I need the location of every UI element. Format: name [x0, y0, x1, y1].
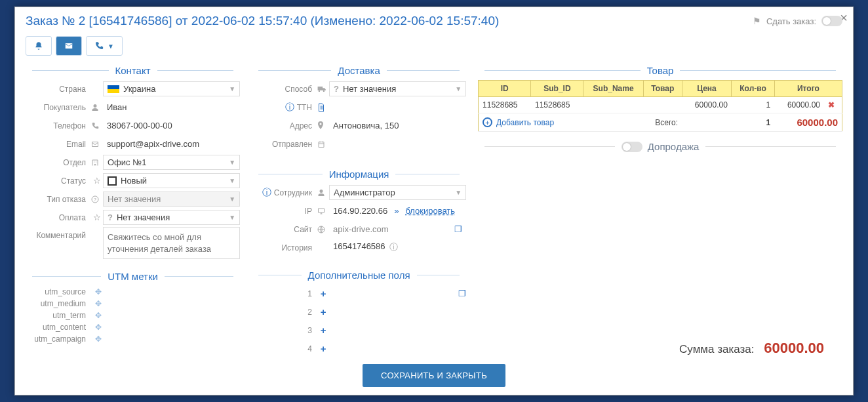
add-field-3-label: 3: [252, 326, 317, 335]
question-mark-icon: ?: [334, 84, 339, 94]
chevron-down-icon: ▼: [108, 43, 114, 50]
add-field-2[interactable]: [329, 309, 466, 315]
info-icon[interactable]: ⓘ: [285, 102, 294, 113]
move-icon[interactable]: ✥: [95, 299, 102, 308]
label-ttn: ⓘ ТТН: [252, 102, 317, 113]
save-and-close-button[interactable]: СОХРАНИТЬ И ЗАКРЫТЬ: [363, 364, 505, 387]
history-value: 16541746586: [333, 241, 385, 253]
status-select[interactable]: Новый ▼: [103, 173, 240, 188]
phone-button[interactable]: ▼: [86, 36, 123, 56]
question-mark-icon: ?: [108, 212, 113, 222]
block-ip-link[interactable]: блокировать: [405, 206, 455, 216]
employee-value: Администратор: [334, 188, 395, 197]
status-color-box: [108, 176, 117, 186]
email-field[interactable]: support@apix-drive.com: [103, 136, 240, 152]
submit-order-toggle[interactable]: [821, 16, 842, 26]
document-icon: [317, 103, 329, 112]
utm-content-label: utm_content: [26, 323, 91, 332]
column-product: Товар ID Sub_ID Sub_Name Товар Цена Кол-…: [478, 61, 842, 352]
label-phone: Телефон: [26, 121, 91, 131]
label-buyer: Покупатель: [26, 103, 91, 112]
employee-select[interactable]: Администратор ▼: [329, 185, 466, 200]
info-icon[interactable]: ⓘ: [262, 187, 271, 199]
plus-circle-icon: +: [483, 117, 492, 127]
buyer-field[interactable]: Иван: [103, 100, 240, 115]
dept-select[interactable]: Офис №1 ▼: [103, 155, 240, 170]
add-field-2-label: 2: [252, 308, 317, 317]
refuse-select[interactable]: Нет значения ▼: [103, 191, 240, 207]
bell-icon: [34, 41, 43, 50]
country-value: Украина: [123, 84, 156, 94]
table-row[interactable]: 11528685 11528685 60000.00 1 60000.00 ✖: [479, 97, 842, 113]
calendar-icon: [317, 140, 329, 148]
sent-field[interactable]: [329, 141, 466, 147]
add-field-3[interactable]: [329, 327, 466, 333]
method-select[interactable]: ? Нет значения ▼: [329, 81, 466, 96]
method-value: Нет значения: [343, 84, 396, 94]
phone-icon: [91, 122, 103, 130]
add-field-4[interactable]: [329, 346, 466, 352]
utm-campaign-label: utm_campaign: [26, 334, 91, 344]
person-icon: [317, 189, 329, 197]
add-product-link[interactable]: + Добавить товар: [483, 117, 554, 127]
payment-select[interactable]: ? Нет значения ▼: [103, 210, 240, 225]
section-title-info: Информация: [252, 169, 466, 180]
truck-icon: [317, 85, 329, 93]
svg-text:?: ?: [94, 197, 96, 201]
upsell-toggle[interactable]: [621, 142, 642, 152]
chevron-down-icon: ▼: [455, 189, 462, 196]
mail-icon: [64, 41, 73, 50]
country-select[interactable]: Украина ▼: [103, 81, 240, 96]
cell-id: 11528685: [479, 97, 531, 113]
external-link-icon[interactable]: ❐: [454, 224, 462, 234]
section-title-delivery: Доставка: [252, 65, 466, 76]
move-icon[interactable]: ✥: [95, 311, 102, 320]
label-address: Адрес: [252, 121, 317, 131]
phone-icon: [94, 41, 104, 50]
chevron-down-icon: ▼: [229, 85, 235, 92]
person-icon: [91, 104, 103, 111]
chevron-down-icon: ▼: [229, 195, 235, 203]
bell-button[interactable]: [26, 36, 52, 56]
order-modal: × Заказ № 2 [16541746586] от 2022-06-02 …: [14, 7, 854, 395]
building-icon: [91, 159, 103, 167]
site-value: apix-drive.com: [333, 224, 389, 234]
mail-button[interactable]: [56, 36, 82, 56]
plus-icon[interactable]: +: [317, 306, 329, 317]
plus-icon[interactable]: +: [317, 325, 329, 336]
add-field-4-label: 4: [252, 344, 317, 353]
column-delivery: Доставка Способ ? Нет значения ▼ ⓘ ТТН: [252, 61, 466, 352]
cell-qty: 1: [732, 97, 774, 113]
move-icon[interactable]: ✥: [95, 323, 102, 332]
external-link-icon[interactable]: ❐: [458, 289, 466, 298]
add-field-1[interactable]: [329, 291, 458, 296]
info-icon[interactable]: ⓘ: [389, 241, 398, 253]
cell-total: 60000.00: [774, 97, 824, 113]
th-id: ID: [479, 81, 531, 97]
cell-price: 60000.00: [682, 97, 732, 113]
label-ip: IP: [252, 207, 317, 216]
ukraine-flag-icon: [108, 85, 119, 93]
th-qty: Кол-во: [732, 81, 774, 97]
move-icon[interactable]: ✥: [95, 287, 102, 296]
modal-title: Заказ № 2 [16541746586] от 2022-06-02 15…: [26, 14, 499, 28]
comment-field[interactable]: Свяжитесь со мной для уточнения деталей …: [103, 227, 240, 259]
address-field[interactable]: Антоновича, 150: [329, 118, 466, 134]
payment-value: Нет значения: [117, 212, 170, 222]
status-value: Новый: [121, 176, 147, 186]
label-sent: Отправлен: [252, 140, 317, 149]
label-email: Email: [26, 140, 91, 149]
label-payment: Оплата: [26, 213, 91, 222]
phone-field[interactable]: 38067-000-00-00: [103, 118, 240, 134]
modal-footer: СОХРАНИТЬ И ЗАКРЫТЬ: [15, 364, 853, 387]
delete-row-icon[interactable]: ✖: [824, 97, 842, 113]
sum-total: 60000.00: [774, 113, 842, 132]
ttn-field[interactable]: [329, 104, 466, 110]
site-row: apix-drive.com ❐: [329, 222, 466, 237]
move-icon[interactable]: ✥: [95, 334, 102, 344]
label-status: Статус: [26, 176, 91, 186]
label-site: Сайт: [252, 225, 317, 234]
plus-icon[interactable]: +: [317, 288, 329, 299]
ip-value: 164.90.220.66: [333, 206, 387, 216]
plus-icon[interactable]: +: [317, 343, 329, 354]
